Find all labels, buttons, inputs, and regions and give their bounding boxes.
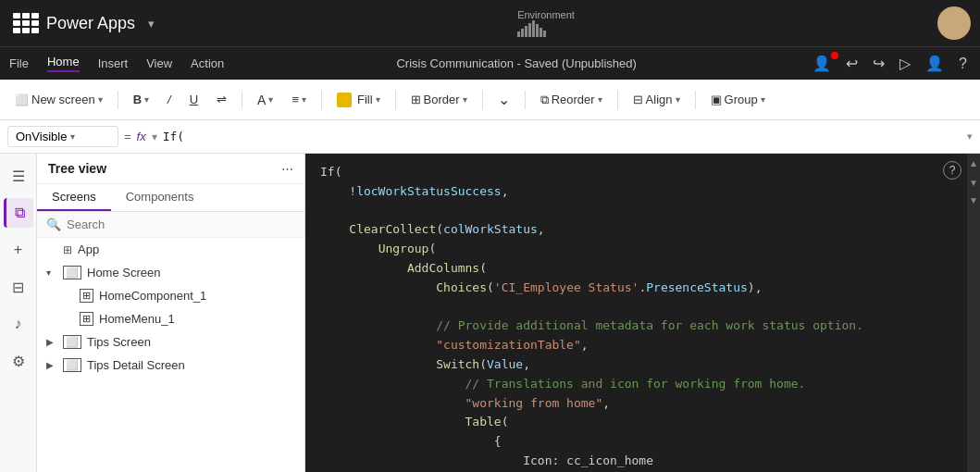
list-item[interactable]: ⊞ HomeComponent_1 xyxy=(37,284,304,307)
code-area: If( !locWorkStatusSuccess, ClearCollect(… xyxy=(305,154,980,472)
menu-view[interactable]: View xyxy=(146,56,172,70)
menu-insert[interactable]: Insert xyxy=(98,56,129,70)
tab-screens[interactable]: Screens xyxy=(37,184,111,211)
align-button[interactable]: ⊟ Align ▾ xyxy=(626,89,688,110)
code-editor[interactable]: If( !locWorkStatusSuccess, ClearCollect(… xyxy=(305,154,980,472)
app-icon: ⊞ xyxy=(63,243,72,256)
notification-icon[interactable]: 👤 xyxy=(809,56,835,71)
screen-icon: ⬜ xyxy=(63,266,81,279)
underline-icon: U xyxy=(190,93,198,106)
scroll-up-icon[interactable]: ▲ xyxy=(969,155,978,171)
list-item[interactable]: ▶ ⬜ Tips Detail Screen xyxy=(37,354,304,377)
add-icon[interactable]: + xyxy=(4,235,33,265)
text-align-button[interactable]: ≡ ▾ xyxy=(284,89,314,110)
tree-items: ⊞ App ▾ ⬜ Home Screen ⊞ HomeComponent_1 xyxy=(37,238,304,472)
tree-header-icons: ⋯ xyxy=(281,162,293,176)
tree-panel: Tree view ⋯ Screens Components 🔍 ⊞ App xyxy=(37,154,305,472)
code-line: ClearCollect(colWorkStatus, xyxy=(320,220,965,240)
code-line: Ungroup( xyxy=(320,240,965,259)
toolbar-sep-1 xyxy=(118,91,118,109)
list-item[interactable]: ⊞ HomeMenu_1 xyxy=(37,307,304,330)
code-line: Switch(Value, xyxy=(320,355,965,375)
underline-button[interactable]: U xyxy=(182,89,205,110)
redo-icon[interactable]: ↪ xyxy=(869,55,888,72)
environment-section: Environment xyxy=(517,9,575,37)
tree-ellipsis-icon[interactable]: ⋯ xyxy=(281,162,293,176)
search-input[interactable] xyxy=(67,217,295,231)
code-line: // Translations and icon for working fro… xyxy=(320,375,965,394)
formula-expand-icon[interactable]: ▾ xyxy=(967,130,973,143)
environment-bars xyxy=(517,20,575,37)
italic-icon: / xyxy=(167,93,171,106)
user-icon[interactable]: 👤 xyxy=(922,55,948,72)
title-bar-left: Power Apps ▾ xyxy=(9,9,155,37)
hamburger-icon[interactable]: ☰ xyxy=(4,161,33,191)
fill-button[interactable]: Fill ▾ xyxy=(329,89,388,111)
list-item[interactable]: ▶ ⬜ Tips Screen xyxy=(37,330,304,354)
new-screen-icon: ⬜ xyxy=(15,93,29,106)
list-item[interactable]: ⊞ App xyxy=(37,238,304,261)
code-line: AddColumns( xyxy=(320,259,965,279)
list-item[interactable]: ▾ ⬜ Home Screen xyxy=(37,261,304,284)
play-icon[interactable]: ▷ xyxy=(896,55,914,72)
menu-action[interactable]: Action xyxy=(191,56,224,70)
eq-sign: = xyxy=(124,130,131,143)
notif-badge xyxy=(831,52,838,59)
menu-home[interactable]: Home xyxy=(47,55,80,72)
toolbar: ⬜ New screen ▾ B ▾ / U ⇌ A ▾ ≡ ▾ Fill ▾ … xyxy=(0,80,980,120)
tips-detail-screen-label: Tips Detail Screen xyxy=(87,358,185,372)
fill-label: Fill xyxy=(357,93,373,106)
border-button[interactable]: ⊞ Border ▾ xyxy=(403,89,475,110)
scroll-controls: ▲ ▼ ▼ xyxy=(969,155,978,208)
code-line: // Provide additional metadata for each … xyxy=(320,317,965,336)
tab-components[interactable]: Components xyxy=(111,184,209,211)
chevron-down-button[interactable]: ⌄ xyxy=(490,87,517,112)
menu-icon: ⊞ xyxy=(80,312,93,326)
font-button[interactable]: A ▾ xyxy=(250,89,280,111)
text-align-icon: ≡ xyxy=(292,93,299,106)
new-screen-button[interactable]: ⬜ New screen ▾ xyxy=(7,89,110,110)
group-button[interactable]: ▣ Group ▾ xyxy=(703,89,773,110)
layers-icon[interactable]: ⧉ xyxy=(4,198,33,228)
code-line: "customizationTable", xyxy=(320,336,965,355)
app-label: App xyxy=(78,242,99,256)
help-button[interactable]: ? xyxy=(943,161,961,180)
italic-button[interactable]: / xyxy=(160,89,179,110)
waffle-icon[interactable] xyxy=(9,9,37,37)
toolbar-sep-5 xyxy=(482,91,483,109)
formula-chevron-icon: ▾ xyxy=(152,130,157,143)
new-screen-label: New screen xyxy=(31,93,95,106)
app-chevron-icon[interactable]: ▾ xyxy=(148,17,155,31)
data-icon[interactable]: ⊟ xyxy=(4,272,33,302)
formula-content[interactable]: If( xyxy=(163,130,961,143)
home-screen-label: Home Screen xyxy=(87,266,160,279)
align-obj-icon: ⊟ xyxy=(633,93,643,106)
toolbar-sep-8 xyxy=(695,91,696,109)
text-align-chevron-icon: ▾ xyxy=(302,94,306,105)
scroll-down2-icon[interactable]: ▼ xyxy=(969,193,978,208)
bold-chevron-icon: ▾ xyxy=(144,94,149,105)
right-scrollbar[interactable]: ▲ ▼ ▼ xyxy=(967,154,980,472)
font-icon: A xyxy=(257,93,266,107)
bold-button[interactable]: B ▾ xyxy=(126,89,156,110)
undo-icon[interactable]: ↩ xyxy=(842,55,862,72)
doc-title: Crisis Communication - Saved (Unpublishe… xyxy=(242,56,790,70)
help-icon[interactable]: ? xyxy=(955,56,971,72)
media-icon[interactable]: ♪ xyxy=(4,309,33,339)
user-avatar[interactable] xyxy=(937,6,971,40)
reorder-button[interactable]: ⧉ Reorder ▾ xyxy=(533,89,610,111)
scroll-down-icon[interactable]: ▼ xyxy=(969,175,978,191)
settings-icon[interactable]: ⚙ xyxy=(4,346,33,376)
formula-property: OnVisible xyxy=(16,130,67,143)
search-icon: 🔍 xyxy=(46,217,61,231)
align-chevron-icon: ▾ xyxy=(676,94,680,105)
align-left-button[interactable]: ⇌ xyxy=(209,89,234,110)
toolbar-sep-6 xyxy=(525,91,526,109)
title-bar-right xyxy=(937,6,971,40)
notifications-area: 👤 xyxy=(809,55,835,72)
expand-icon: ▶ xyxy=(46,337,57,347)
menu-file[interactable]: File xyxy=(9,56,29,70)
formula-dropdown[interactable]: OnVisible ▾ xyxy=(7,126,118,147)
menu-right-icons: 👤 ↩ ↪ ▷ 👤 ? xyxy=(809,55,971,72)
toolbar-sep-2 xyxy=(242,91,242,109)
